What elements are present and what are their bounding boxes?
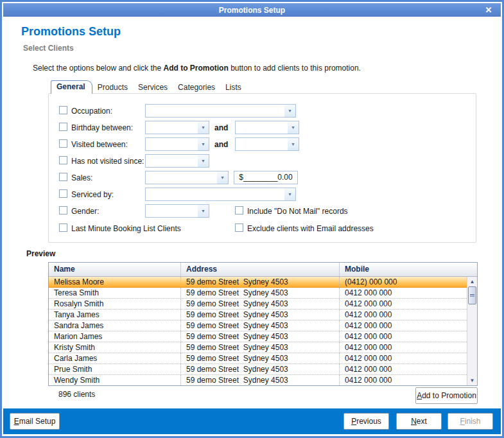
- has-not-visited-checkbox[interactable]: [59, 156, 67, 164]
- tab-general[interactable]: General: [51, 80, 92, 94]
- client-table: NameAddressMobile Melissa Moore59 demo S…: [48, 262, 478, 386]
- cell-address: 59 demo Street Sydney 4503: [181, 364, 340, 374]
- cell-address: 59 demo Street Sydney 4503: [181, 277, 340, 287]
- general-tab-panel: Occupation: ▼ Birthday between: ▼ and ▼ …: [48, 93, 476, 243]
- sales-label: Sales:: [71, 173, 92, 182]
- table-row[interactable]: Kristy Smith59 demo Street Sydney 450304…: [49, 342, 467, 353]
- previous-button[interactable]: Previous: [343, 413, 389, 430]
- promotions-setup-dialog: Promotions Setup ✕ Promotions Setup Sele…: [0, 0, 504, 438]
- table-row[interactable]: Marion James59 demo Street Sydney 450304…: [49, 331, 467, 342]
- exclude-email-checkbox[interactable]: [235, 223, 243, 232]
- last-minute-label: Last Minute Booking List Clients: [71, 224, 181, 233]
- add-to-promotion-button[interactable]: Add to Promotion: [415, 387, 478, 404]
- cell-name: Rosalyn Smith: [49, 299, 181, 309]
- next-button[interactable]: Next: [396, 413, 442, 430]
- column-header-address[interactable]: Address: [181, 263, 340, 276]
- table-row[interactable]: Sandra James59 demo Street Sydney 450304…: [49, 320, 467, 331]
- serviced-by-label: Serviced by:: [71, 190, 114, 199]
- occupation-dropdown[interactable]: ▼: [145, 104, 296, 118]
- gender-checkbox[interactable]: [59, 206, 67, 215]
- table-row[interactable]: Tanya James59 demo Street Sydney 4503041…: [49, 310, 467, 320]
- chevron-down-icon[interactable]: ▼: [198, 121, 209, 134]
- sales-dropdown[interactable]: ▼: [145, 171, 229, 184]
- titlebar: Promotions Setup ✕: [3, 3, 501, 17]
- email-setup-button[interactable]: Email Setup: [10, 413, 60, 430]
- cell-name: Kristy Smith: [49, 342, 181, 353]
- occupation-row: Occupation: ▼: [49, 104, 476, 118]
- sales-amount-field[interactable]: $________0.00: [234, 171, 298, 184]
- table-row[interactable]: Teresa Smith59 demo Street Sydney 450304…: [49, 288, 467, 299]
- chevron-down-icon[interactable]: ▼: [288, 121, 299, 134]
- footer-bar: Email Setup Previous Next Finish: [3, 408, 501, 434]
- visited-checkbox[interactable]: [59, 139, 67, 148]
- gender-dropdown[interactable]: ▼: [145, 204, 209, 218]
- scroll-down-icon[interactable]: ▼: [470, 376, 475, 385]
- has-not-visited-dropdown[interactable]: ▼: [145, 154, 209, 168]
- cell-name: Teresa Smith: [49, 288, 181, 298]
- tab-services[interactable]: Services: [133, 82, 173, 94]
- birthday-label: Birthday between:: [71, 123, 133, 132]
- birthday-checkbox[interactable]: [59, 123, 67, 131]
- visited-from-dropdown[interactable]: ▼: [145, 137, 209, 151]
- cell-address: 59 demo Street Sydney 4503: [181, 342, 340, 353]
- include-do-not-mail-label: Include "Do Not Mail" records: [247, 207, 348, 216]
- table-row[interactable]: Carla James59 demo Street Sydney 4503041…: [49, 353, 467, 364]
- scrollbar-thumb[interactable]: [468, 286, 476, 304]
- cell-mobile: 0412 000 000: [340, 331, 467, 342]
- chevron-down-icon[interactable]: ▼: [284, 188, 295, 200]
- has-not-visited-row: Has not visited since: ▼: [49, 154, 476, 168]
- cell-name: Carla James: [49, 353, 181, 364]
- visited-label: Visited between:: [71, 140, 128, 149]
- scroll-up-icon[interactable]: ▲: [470, 277, 475, 286]
- cell-address: 59 demo Street Sydney 4503: [181, 331, 340, 342]
- thumb-grip-icon: [470, 294, 474, 297]
- chevron-down-icon[interactable]: ▼: [288, 138, 299, 150]
- cell-name: Wendy Smith: [49, 375, 181, 385]
- cell-name: Melissa Moore: [49, 277, 181, 287]
- cell-mobile: (0412) 000 000: [340, 277, 467, 287]
- column-header-name[interactable]: Name: [49, 263, 181, 276]
- serviced-by-row: Serviced by: ▼: [49, 188, 476, 201]
- chevron-down-icon[interactable]: ▼: [198, 155, 209, 167]
- cell-address: 59 demo Street Sydney 4503: [181, 320, 340, 331]
- include-do-not-mail-checkbox[interactable]: [235, 206, 243, 215]
- serviced-by-dropdown[interactable]: ▼: [145, 188, 296, 201]
- cell-name: Prue Smith: [49, 364, 181, 374]
- sales-checkbox[interactable]: [59, 173, 67, 181]
- cell-name: Marion James: [49, 331, 181, 342]
- chevron-down-icon[interactable]: ▼: [284, 105, 295, 117]
- cell-address: 59 demo Street Sydney 4503: [181, 353, 340, 364]
- tab-categories[interactable]: Categories: [173, 82, 220, 94]
- occupation-checkbox[interactable]: [59, 106, 67, 114]
- visited-row: Visited between: ▼ and ▼: [49, 137, 476, 151]
- last-minute-row: Last Minute Booking List Clients Exclude…: [49, 222, 476, 235]
- table-scrollbar[interactable]: ▲ ▼: [467, 277, 477, 385]
- birthday-from-dropdown[interactable]: ▼: [145, 121, 209, 134]
- serviced-by-checkbox[interactable]: [59, 189, 67, 198]
- close-icon[interactable]: ✕: [483, 4, 494, 15]
- cell-address: 59 demo Street Sydney 4503: [181, 288, 340, 298]
- tab-lists[interactable]: Lists: [220, 82, 247, 94]
- chevron-down-icon[interactable]: ▼: [217, 171, 228, 184]
- finish-button[interactable]: Finish: [448, 413, 493, 430]
- table-row[interactable]: Rosalyn Smith59 demo Street Sydney 45030…: [49, 299, 467, 310]
- cell-address: 59 demo Street Sydney 4503: [181, 375, 340, 385]
- sales-row: Sales: ▼ $________0.00: [49, 171, 476, 184]
- birthday-and-label: and: [214, 123, 228, 132]
- occupation-label: Occupation:: [71, 107, 112, 116]
- last-minute-checkbox[interactable]: [59, 223, 67, 232]
- visited-to-dropdown[interactable]: ▼: [235, 137, 299, 151]
- preview-label: Preview: [26, 249, 55, 258]
- tab-strip: General Products Services Categories Lis…: [51, 81, 247, 94]
- cell-address: 59 demo Street Sydney 4503: [181, 310, 340, 320]
- chevron-down-icon[interactable]: ▼: [198, 138, 209, 150]
- column-header-mobile[interactable]: Mobile: [340, 263, 477, 276]
- table-row[interactable]: Melissa Moore59 demo Street Sydney 4503(…: [49, 277, 467, 288]
- table-row[interactable]: Wendy Smith59 demo Street Sydney 4503041…: [49, 375, 467, 385]
- instruction-bold: Add to Promotion: [163, 64, 228, 73]
- tab-products[interactable]: Products: [92, 82, 133, 94]
- cell-mobile: 0412 000 000: [340, 353, 467, 364]
- chevron-down-icon[interactable]: ▼: [198, 205, 209, 217]
- table-row[interactable]: Prue Smith59 demo Street Sydney 45030412…: [49, 364, 467, 375]
- birthday-to-dropdown[interactable]: ▼: [235, 121, 299, 134]
